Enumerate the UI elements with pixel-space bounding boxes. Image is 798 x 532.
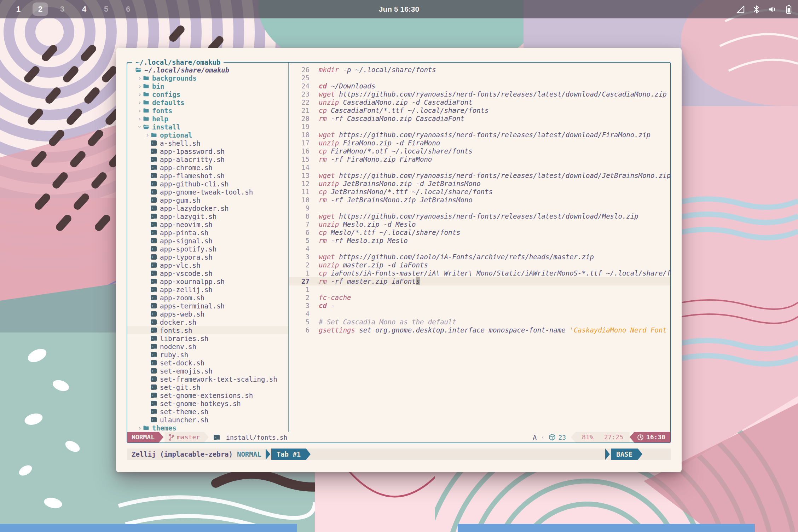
tree-item-app-flameshot-sh[interactable]: ›_app-flameshot.sh (127, 172, 288, 180)
code-line[interactable]: 4 (289, 310, 670, 318)
network-icon[interactable] (736, 5, 745, 14)
bluetooth-icon[interactable] (752, 5, 761, 14)
code-line[interactable]: 11cp JetBrainsMono/*.ttf ~/.local/share/… (289, 188, 670, 196)
tree-item-set-gnome-extensions-sh[interactable]: ›_set-gnome-extensions.sh (127, 391, 288, 399)
tree-item-ulauncher-sh[interactable]: ›_ulauncher.sh (127, 416, 288, 424)
tree-item-fonts-sh[interactable]: ›_fonts.sh (127, 326, 288, 334)
code-line[interactable]: 3cd - (289, 302, 670, 310)
tree-item-app-gum-sh[interactable]: ›_app-gum.sh (127, 196, 288, 204)
tree-item-bin[interactable]: ›bin (127, 82, 288, 90)
tree-item-app-neovim-sh[interactable]: ›_app-neovim.sh (127, 220, 288, 229)
shell-file-icon: ›_ (151, 409, 157, 414)
code-line[interactable]: 7unzip Meslo.zip -d Meslo (289, 220, 670, 229)
tree-item-libraries-sh[interactable]: ›_libraries.sh (127, 334, 288, 342)
tree-item--local-share-omakub[interactable]: ~/.local/share/omakub (127, 66, 288, 74)
code-line[interactable]: 13wget https://github.com/ryanoasis/nerd… (289, 172, 670, 180)
code-line[interactable]: 25 (289, 74, 670, 82)
code-line[interactable]: 1 (289, 285, 670, 294)
code-line[interactable]: 10rm -rf JetBrainsMono.zip JetBrainsMono (289, 196, 670, 204)
line-text: mkdir -p ~/.local/share/fonts (319, 66, 436, 74)
code-line[interactable]: 8wget https://github.com/ryanoasis/nerd-… (289, 212, 670, 220)
tree-item-backgrounds[interactable]: ›backgrounds (127, 74, 288, 82)
code-line[interactable]: 6gsettings set org.gnome.desktop.interfa… (289, 326, 670, 334)
code-line[interactable]: 14 (289, 163, 670, 172)
tree-item-app-vscode-sh[interactable]: ›_app-vscode.sh (127, 269, 288, 277)
tree-item-app-spotify-sh[interactable]: ›_app-spotify.sh (127, 245, 288, 253)
code-line[interactable]: 9 (289, 204, 670, 212)
code-line[interactable]: 18wget https://github.com/ryanoasis/nerd… (289, 131, 670, 139)
line-text: wget https://github.com/ryanoasis/nerd-f… (319, 172, 670, 180)
volume-icon[interactable] (768, 5, 777, 14)
code-line[interactable]: 5# Set Cascadia Mono as the default (289, 318, 670, 326)
code-line[interactable]: 20rm -rf CascadiaMono.zip CascadiaFont (289, 115, 670, 123)
zellij-status-bar: Zellij (implacable-zebra) NORMAL Tab #1 … (127, 449, 671, 460)
clock[interactable]: Jun 5 16:30 (0, 5, 798, 13)
tree-item-app-github-cli-sh[interactable]: ›_app-github-cli.sh (127, 180, 288, 188)
tree-item-app-1password-sh[interactable]: ›_app-1password.sh (127, 147, 288, 155)
tree-item-nodenv-sh[interactable]: ›_nodenv.sh (127, 342, 288, 351)
tree-item-apps-web-sh[interactable]: ›_apps-web.sh (127, 310, 288, 318)
chevron-right-icon: › (137, 74, 143, 82)
file-tree[interactable]: ~/.local/share/omakub›backgrounds›bin›co… (127, 63, 288, 432)
tree-item-app-pinta-sh[interactable]: ›_app-pinta.sh (127, 229, 288, 237)
tree-item-install[interactable]: ›install (127, 123, 288, 131)
tree-item-app-typora-sh[interactable]: ›_app-typora.sh (127, 253, 288, 261)
code-line[interactable]: 21cp CascadiaFont/*.ttf ~/.local/share/f… (289, 106, 670, 115)
tree-item-docker-sh[interactable]: ›_docker.sh (127, 318, 288, 326)
tree-item-optional[interactable]: ›optional (127, 131, 288, 139)
code-line[interactable]: 12unzip JetBrainsMono.zip -d JetBrainsMo… (289, 180, 670, 188)
code-line[interactable]: 3wget https://github.com/iaolo/iA-Fonts/… (289, 253, 670, 261)
tree-item-app-xournalpp-sh[interactable]: ›_app-xournalpp.sh (127, 277, 288, 285)
tree-item-set-dock-sh[interactable]: ›_set-dock.sh (127, 359, 288, 367)
tree-item-app-lazydocker-sh[interactable]: ›_app-lazydocker.sh (127, 204, 288, 212)
code-line[interactable]: 24cd ~/Downloads (289, 82, 670, 90)
tree-item-app-zellij-sh[interactable]: ›_app-zellij.sh (127, 285, 288, 294)
tree-item-app-signal-sh[interactable]: ›_app-signal.sh (127, 237, 288, 245)
line-number: 3 (289, 253, 319, 261)
folder-icon (143, 100, 149, 105)
folder-icon (143, 83, 149, 89)
code-line[interactable]: 1cp iaFonts/iA-Fonts-master/iA\ Writer\ … (289, 269, 670, 277)
tree-item-app-vlc-sh[interactable]: ›_app-vlc.sh (127, 261, 288, 269)
swap-layout-ribbon[interactable]: BASE (605, 449, 642, 460)
code-line[interactable]: 4 (289, 245, 670, 253)
line-number: 5 (289, 237, 319, 245)
tree-item-set-gnome-hotkeys-sh[interactable]: ›_set-gnome-hotkeys.sh (127, 399, 288, 407)
tree-item-fonts[interactable]: ›fonts (127, 106, 288, 115)
code-line[interactable]: 23wget https://github.com/ryanoasis/nerd… (289, 90, 670, 98)
tree-item-app-zoom-sh[interactable]: ›_app-zoom.sh (127, 294, 288, 302)
tree-item-app-lazygit-sh[interactable]: ›_app-lazygit.sh (127, 212, 288, 220)
tree-item-ruby-sh[interactable]: ›_ruby.sh (127, 351, 288, 359)
tree-item-themes[interactable]: ›themes (127, 424, 288, 432)
code-line[interactable]: 2unzip master.zip -d iaFonts (289, 261, 670, 269)
code-line[interactable]: 19 (289, 123, 670, 131)
battery-icon[interactable] (785, 4, 793, 15)
tree-item-app-gnome-tweak-tool-sh[interactable]: ›_app-gnome-tweak-tool.sh (127, 188, 288, 196)
tree-item-defaults[interactable]: ›defaults (127, 98, 288, 106)
code-line[interactable]: 2fc-cache (289, 294, 670, 302)
tree-item-app-alacritty-sh[interactable]: ›_app-alacritty.sh (127, 155, 288, 163)
code-line[interactable]: 27rm -rf master.zip iaFonts (289, 277, 670, 285)
tree-item-set-emojis-sh[interactable]: ›_set-emojis.sh (127, 367, 288, 375)
tree-item-a-shell-sh[interactable]: ›_a-shell.sh (127, 139, 288, 147)
code-buffer[interactable]: 26mkdir -p ~/.local/share/fonts2524cd ~/… (289, 63, 670, 432)
tree-item-set-git-sh[interactable]: ›_set-git.sh (127, 383, 288, 391)
tree-item-configs[interactable]: ›configs (127, 90, 288, 98)
tree-item-apps-terminal-sh[interactable]: ›_apps-terminal.sh (127, 302, 288, 310)
code-line[interactable]: 15rm -rf FiraMono.zip FiraMono (289, 155, 670, 163)
code-line[interactable]: 16cp FiraMono/*.otf ~/.local/share/fonts (289, 147, 670, 155)
code-line[interactable]: 22unzip CascadiaMono.zip -d CascadiaFont (289, 98, 670, 106)
code-line[interactable]: 6cp Meslo/*.ttf ~/.local/share/fonts (289, 229, 670, 237)
code-line[interactable]: 17unzip FiraMono.zip -d FiraMono (289, 139, 670, 147)
code-line[interactable]: 26mkdir -p ~/.local/share/fonts (289, 66, 670, 74)
ribbon-point-icon (638, 449, 642, 460)
tree-item-help[interactable]: ›help (127, 115, 288, 123)
tab-ribbon[interactable]: Tab #1 (266, 449, 311, 460)
code-line[interactable]: 5rm -rf Meslo.zip Meslo (289, 237, 670, 245)
shell-file-icon: ›_ (151, 271, 157, 276)
tree-item-app-chrome-sh[interactable]: ›_app-chrome.sh (127, 163, 288, 172)
line-number: 5 (289, 318, 319, 326)
zellij-mode: NORMAL (237, 450, 261, 458)
tree-item-set-theme-sh[interactable]: ›_set-theme.sh (127, 407, 288, 416)
tree-item-set-framework-text-scaling-sh[interactable]: ›_set-framework-text-scaling.sh (127, 375, 288, 383)
